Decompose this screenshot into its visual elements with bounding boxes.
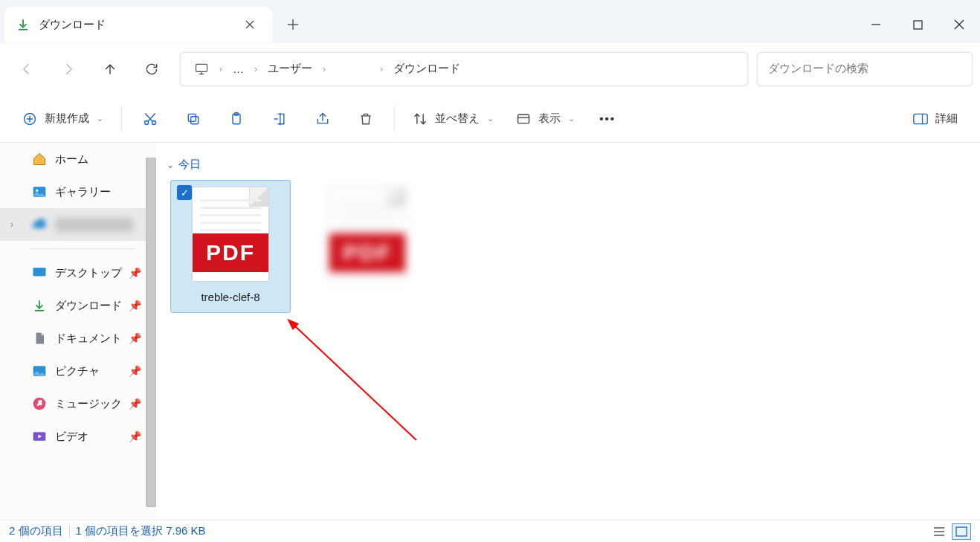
pin-icon[interactable]: 📌: [129, 430, 141, 442]
pdf-badge: PDF: [192, 233, 269, 272]
details-pane-button[interactable]: 詳細: [904, 106, 967, 132]
overflow-crumbs-button[interactable]: …: [227, 59, 250, 78]
status-item-count: 2 個の項目: [9, 524, 63, 538]
share-button[interactable]: [303, 106, 342, 132]
toolbar: 新規作成 ⌄ 並べ替え ⌄ 表示 ⌄ ••• 詳細: [0, 95, 980, 143]
sidebar-item-cloud-redacted[interactable]: ›: [0, 208, 156, 241]
crumb-users[interactable]: ユーザー: [262, 59, 318, 79]
share-icon: [315, 112, 330, 126]
sort-button[interactable]: 並べ替え ⌄: [404, 106, 503, 132]
tab-downloads[interactable]: ダウンロード: [4, 7, 272, 42]
window-maximize-button[interactable]: [897, 10, 938, 39]
svg-rect-19: [956, 527, 967, 536]
pdf-file-icon: PDF: [192, 187, 269, 282]
checkbox-checked-icon[interactable]: ✓: [177, 185, 192, 200]
pdf-file-icon: PDF: [329, 187, 406, 282]
cut-button[interactable]: [131, 106, 170, 132]
chevron-right-icon[interactable]: ›: [215, 64, 227, 74]
content-area[interactable]: ⌄ 今日 ✓ PDF treble-clef-8 PDF: [156, 143, 980, 520]
status-selection: 1 個の項目を選択 7.96 KB: [76, 524, 206, 538]
search-input[interactable]: ダウンロードの検索: [757, 52, 973, 86]
sidebar-item-videos[interactable]: ビデオ 📌: [0, 420, 156, 453]
music-icon: [31, 396, 48, 412]
sidebar-item-pictures[interactable]: ピクチャ 📌: [0, 355, 156, 387]
svg-point-12: [36, 190, 38, 192]
pin-icon[interactable]: 📌: [129, 300, 141, 312]
new-button[interactable]: 新規作成 ⌄: [13, 106, 112, 132]
chevron-right-icon[interactable]: ›: [318, 64, 330, 74]
chevron-down-icon: ⌄: [568, 114, 575, 123]
sidebar-divider: [30, 248, 135, 249]
svg-rect-5: [191, 116, 199, 123]
svg-point-3: [145, 120, 149, 124]
sidebar-item-label: ミュージック: [55, 397, 122, 411]
ellipsis-icon: •••: [600, 112, 615, 126]
documents-icon: [31, 330, 48, 346]
window-controls: [855, 7, 980, 42]
icons-view-button[interactable]: [952, 523, 971, 540]
view-icon: [516, 112, 531, 126]
pin-icon[interactable]: 📌: [129, 398, 141, 410]
sidebar-item-label: ビデオ: [55, 430, 88, 444]
sidebar-item-gallery[interactable]: ギャラリー: [0, 175, 156, 208]
delete-button[interactable]: [346, 106, 385, 132]
sidebar-item-label: ダウンロード: [55, 299, 122, 313]
annotation-arrow: [283, 314, 446, 477]
sidebar-item-documents[interactable]: ドキュメント 📌: [0, 322, 156, 355]
svg-rect-6: [188, 114, 196, 121]
sidebar-item-label: ピクチャ: [55, 364, 100, 378]
overflow-button[interactable]: •••: [588, 106, 627, 132]
tab-close-button[interactable]: [241, 16, 259, 33]
scrollbar-thumb[interactable]: [146, 158, 156, 507]
sidebar: ホーム ギャラリー › デスクトップ 📌 ダウンロード 📌 ドキュメント 📌: [0, 143, 156, 520]
sidebar-item-desktop[interactable]: デスクトップ 📌: [0, 257, 156, 289]
window-close-button[interactable]: [938, 10, 980, 39]
sort-label: 並べ替え: [435, 112, 480, 126]
desktop-icon: [31, 265, 48, 281]
chevron-right-icon[interactable]: ›: [250, 64, 262, 74]
file-item-redacted[interactable]: PDF: [308, 181, 427, 312]
tab-title: ダウンロード: [39, 18, 241, 32]
home-icon: [31, 151, 48, 167]
chevron-down-icon: ⌄: [487, 114, 494, 123]
toolbar-separator: [121, 106, 122, 132]
details-pane-icon: [913, 112, 928, 126]
pdf-badge: PDF: [329, 233, 406, 272]
view-button[interactable]: 表示 ⌄: [507, 106, 584, 132]
crumb-username-redacted[interactable]: [330, 59, 375, 79]
trash-icon: [358, 112, 373, 126]
pin-icon[interactable]: 📌: [129, 365, 141, 377]
cloud-icon: [31, 216, 48, 233]
nav-forward-button[interactable]: [49, 53, 88, 86]
window-minimize-button[interactable]: [855, 10, 897, 39]
file-grid: ✓ PDF treble-clef-8 PDF: [165, 179, 971, 314]
rename-icon: [272, 112, 287, 126]
svg-point-4: [152, 120, 156, 124]
group-header-today[interactable]: ⌄ 今日: [165, 155, 971, 179]
paste-button[interactable]: [217, 106, 256, 132]
videos-icon: [31, 428, 48, 445]
crumb-downloads[interactable]: ダウンロード: [387, 59, 466, 79]
sidebar-item-music[interactable]: ミュージック 📌: [0, 387, 156, 420]
details-label: 詳細: [935, 112, 958, 126]
file-item[interactable]: ✓ PDF treble-clef-8: [171, 181, 290, 312]
nav-back-button[interactable]: [7, 53, 46, 86]
chevron-right-icon[interactable]: ›: [375, 64, 387, 74]
sidebar-item-home[interactable]: ホーム: [0, 143, 156, 175]
pictures-icon: [31, 363, 48, 379]
nav-refresh-button[interactable]: [132, 53, 171, 86]
sidebar-item-label: ギャラリー: [55, 185, 111, 199]
copy-button[interactable]: [174, 106, 213, 132]
address-bar[interactable]: › … › ユーザー › › ダウンロード: [180, 52, 748, 86]
nav-up-button[interactable]: [91, 53, 129, 86]
details-view-button[interactable]: [929, 523, 949, 540]
sidebar-item-label: ドキュメント: [55, 332, 122, 346]
this-pc-icon[interactable]: [188, 59, 215, 80]
chevron-right-icon[interactable]: ›: [10, 219, 13, 230]
new-tab-button[interactable]: [278, 10, 308, 39]
cut-icon: [143, 112, 158, 126]
pin-icon[interactable]: 📌: [129, 267, 141, 279]
sidebar-item-downloads[interactable]: ダウンロード 📌: [0, 289, 156, 322]
pin-icon[interactable]: 📌: [129, 332, 141, 344]
rename-button[interactable]: [260, 106, 299, 132]
